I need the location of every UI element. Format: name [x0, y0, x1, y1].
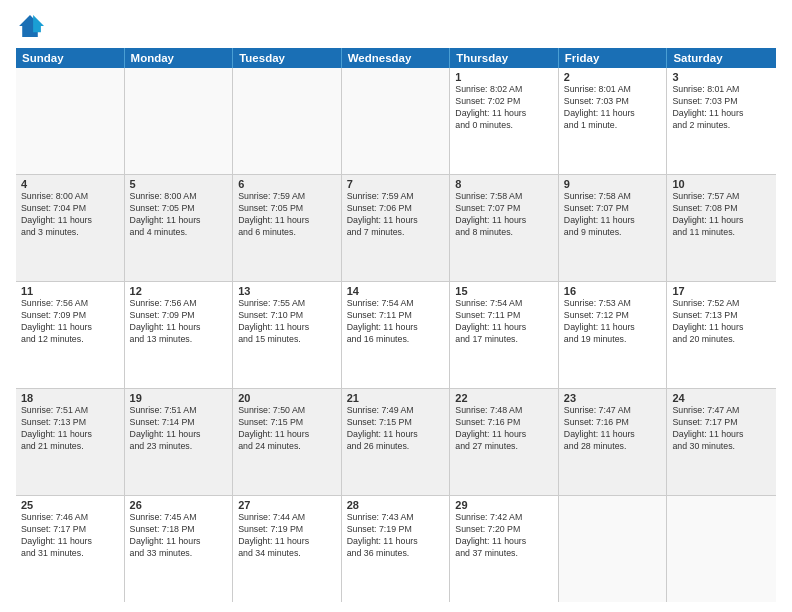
- day-number: 15: [455, 285, 553, 297]
- calendar-day-cell: 5Sunrise: 8:00 AM Sunset: 7:05 PM Daylig…: [125, 175, 234, 281]
- calendar-day-cell: 19Sunrise: 7:51 AM Sunset: 7:14 PM Dayli…: [125, 389, 234, 495]
- calendar-day-cell: 25Sunrise: 7:46 AM Sunset: 7:17 PM Dayli…: [16, 496, 125, 602]
- calendar-empty-cell: [16, 68, 125, 174]
- calendar-header-cell: Saturday: [667, 48, 776, 68]
- day-info: Sunrise: 7:55 AM Sunset: 7:10 PM Dayligh…: [238, 298, 336, 346]
- day-number: 8: [455, 178, 553, 190]
- day-number: 2: [564, 71, 662, 83]
- day-info: Sunrise: 7:43 AM Sunset: 7:19 PM Dayligh…: [347, 512, 445, 560]
- day-info: Sunrise: 8:02 AM Sunset: 7:02 PM Dayligh…: [455, 84, 553, 132]
- day-info: Sunrise: 7:51 AM Sunset: 7:13 PM Dayligh…: [21, 405, 119, 453]
- calendar-week: 25Sunrise: 7:46 AM Sunset: 7:17 PM Dayli…: [16, 496, 776, 602]
- day-number: 10: [672, 178, 771, 190]
- logo: [16, 12, 48, 40]
- calendar-day-cell: 2Sunrise: 8:01 AM Sunset: 7:03 PM Daylig…: [559, 68, 668, 174]
- day-number: 9: [564, 178, 662, 190]
- day-number: 25: [21, 499, 119, 511]
- day-number: 21: [347, 392, 445, 404]
- page: SundayMondayTuesdayWednesdayThursdayFrid…: [0, 0, 792, 612]
- header: [16, 12, 776, 40]
- day-number: 19: [130, 392, 228, 404]
- calendar-day-cell: 26Sunrise: 7:45 AM Sunset: 7:18 PM Dayli…: [125, 496, 234, 602]
- day-info: Sunrise: 7:58 AM Sunset: 7:07 PM Dayligh…: [455, 191, 553, 239]
- day-number: 20: [238, 392, 336, 404]
- day-info: Sunrise: 7:59 AM Sunset: 7:06 PM Dayligh…: [347, 191, 445, 239]
- day-number: 11: [21, 285, 119, 297]
- day-info: Sunrise: 7:53 AM Sunset: 7:12 PM Dayligh…: [564, 298, 662, 346]
- day-info: Sunrise: 7:54 AM Sunset: 7:11 PM Dayligh…: [455, 298, 553, 346]
- day-info: Sunrise: 7:50 AM Sunset: 7:15 PM Dayligh…: [238, 405, 336, 453]
- day-info: Sunrise: 8:01 AM Sunset: 7:03 PM Dayligh…: [564, 84, 662, 132]
- day-number: 14: [347, 285, 445, 297]
- day-info: Sunrise: 7:48 AM Sunset: 7:16 PM Dayligh…: [455, 405, 553, 453]
- svg-marker-1: [33, 15, 44, 32]
- calendar-header-cell: Wednesday: [342, 48, 451, 68]
- calendar: SundayMondayTuesdayWednesdayThursdayFrid…: [16, 48, 776, 602]
- day-info: Sunrise: 7:46 AM Sunset: 7:17 PM Dayligh…: [21, 512, 119, 560]
- calendar-header-cell: Sunday: [16, 48, 125, 68]
- day-info: Sunrise: 7:44 AM Sunset: 7:19 PM Dayligh…: [238, 512, 336, 560]
- day-info: Sunrise: 7:58 AM Sunset: 7:07 PM Dayligh…: [564, 191, 662, 239]
- day-number: 26: [130, 499, 228, 511]
- day-number: 4: [21, 178, 119, 190]
- calendar-day-cell: 6Sunrise: 7:59 AM Sunset: 7:05 PM Daylig…: [233, 175, 342, 281]
- day-info: Sunrise: 7:42 AM Sunset: 7:20 PM Dayligh…: [455, 512, 553, 560]
- calendar-week: 18Sunrise: 7:51 AM Sunset: 7:13 PM Dayli…: [16, 389, 776, 496]
- day-info: Sunrise: 7:57 AM Sunset: 7:08 PM Dayligh…: [672, 191, 771, 239]
- calendar-empty-cell: [559, 496, 668, 602]
- day-number: 5: [130, 178, 228, 190]
- calendar-day-cell: 27Sunrise: 7:44 AM Sunset: 7:19 PM Dayli…: [233, 496, 342, 602]
- calendar-day-cell: 17Sunrise: 7:52 AM Sunset: 7:13 PM Dayli…: [667, 282, 776, 388]
- calendar-day-cell: 21Sunrise: 7:49 AM Sunset: 7:15 PM Dayli…: [342, 389, 451, 495]
- calendar-day-cell: 3Sunrise: 8:01 AM Sunset: 7:03 PM Daylig…: [667, 68, 776, 174]
- calendar-day-cell: 9Sunrise: 7:58 AM Sunset: 7:07 PM Daylig…: [559, 175, 668, 281]
- day-info: Sunrise: 7:52 AM Sunset: 7:13 PM Dayligh…: [672, 298, 771, 346]
- day-info: Sunrise: 7:47 AM Sunset: 7:17 PM Dayligh…: [672, 405, 771, 453]
- day-info: Sunrise: 8:01 AM Sunset: 7:03 PM Dayligh…: [672, 84, 771, 132]
- calendar-day-cell: 22Sunrise: 7:48 AM Sunset: 7:16 PM Dayli…: [450, 389, 559, 495]
- day-info: Sunrise: 7:56 AM Sunset: 7:09 PM Dayligh…: [21, 298, 119, 346]
- calendar-empty-cell: [667, 496, 776, 602]
- logo-icon: [16, 12, 44, 40]
- calendar-day-cell: 1Sunrise: 8:02 AM Sunset: 7:02 PM Daylig…: [450, 68, 559, 174]
- calendar-day-cell: 18Sunrise: 7:51 AM Sunset: 7:13 PM Dayli…: [16, 389, 125, 495]
- calendar-day-cell: 13Sunrise: 7:55 AM Sunset: 7:10 PM Dayli…: [233, 282, 342, 388]
- day-number: 6: [238, 178, 336, 190]
- day-number: 28: [347, 499, 445, 511]
- day-number: 24: [672, 392, 771, 404]
- day-info: Sunrise: 7:59 AM Sunset: 7:05 PM Dayligh…: [238, 191, 336, 239]
- calendar-day-cell: 15Sunrise: 7:54 AM Sunset: 7:11 PM Dayli…: [450, 282, 559, 388]
- calendar-week: 11Sunrise: 7:56 AM Sunset: 7:09 PM Dayli…: [16, 282, 776, 389]
- day-number: 27: [238, 499, 336, 511]
- day-number: 29: [455, 499, 553, 511]
- calendar-day-cell: 7Sunrise: 7:59 AM Sunset: 7:06 PM Daylig…: [342, 175, 451, 281]
- calendar-day-cell: 16Sunrise: 7:53 AM Sunset: 7:12 PM Dayli…: [559, 282, 668, 388]
- calendar-header-cell: Friday: [559, 48, 668, 68]
- day-info: Sunrise: 7:45 AM Sunset: 7:18 PM Dayligh…: [130, 512, 228, 560]
- calendar-header-cell: Thursday: [450, 48, 559, 68]
- calendar-empty-cell: [125, 68, 234, 174]
- calendar-header-cell: Monday: [125, 48, 234, 68]
- day-number: 12: [130, 285, 228, 297]
- day-number: 7: [347, 178, 445, 190]
- calendar-day-cell: 20Sunrise: 7:50 AM Sunset: 7:15 PM Dayli…: [233, 389, 342, 495]
- calendar-day-cell: 4Sunrise: 8:00 AM Sunset: 7:04 PM Daylig…: [16, 175, 125, 281]
- day-number: 23: [564, 392, 662, 404]
- day-number: 13: [238, 285, 336, 297]
- calendar-header: SundayMondayTuesdayWednesdayThursdayFrid…: [16, 48, 776, 68]
- day-info: Sunrise: 7:49 AM Sunset: 7:15 PM Dayligh…: [347, 405, 445, 453]
- day-info: Sunrise: 8:00 AM Sunset: 7:04 PM Dayligh…: [21, 191, 119, 239]
- calendar-body: 1Sunrise: 8:02 AM Sunset: 7:02 PM Daylig…: [16, 68, 776, 602]
- calendar-day-cell: 12Sunrise: 7:56 AM Sunset: 7:09 PM Dayli…: [125, 282, 234, 388]
- calendar-week: 4Sunrise: 8:00 AM Sunset: 7:04 PM Daylig…: [16, 175, 776, 282]
- day-number: 16: [564, 285, 662, 297]
- calendar-week: 1Sunrise: 8:02 AM Sunset: 7:02 PM Daylig…: [16, 68, 776, 175]
- day-info: Sunrise: 8:00 AM Sunset: 7:05 PM Dayligh…: [130, 191, 228, 239]
- calendar-day-cell: 14Sunrise: 7:54 AM Sunset: 7:11 PM Dayli…: [342, 282, 451, 388]
- calendar-day-cell: 8Sunrise: 7:58 AM Sunset: 7:07 PM Daylig…: [450, 175, 559, 281]
- day-info: Sunrise: 7:51 AM Sunset: 7:14 PM Dayligh…: [130, 405, 228, 453]
- calendar-empty-cell: [233, 68, 342, 174]
- day-number: 3: [672, 71, 771, 83]
- calendar-day-cell: 24Sunrise: 7:47 AM Sunset: 7:17 PM Dayli…: [667, 389, 776, 495]
- day-number: 17: [672, 285, 771, 297]
